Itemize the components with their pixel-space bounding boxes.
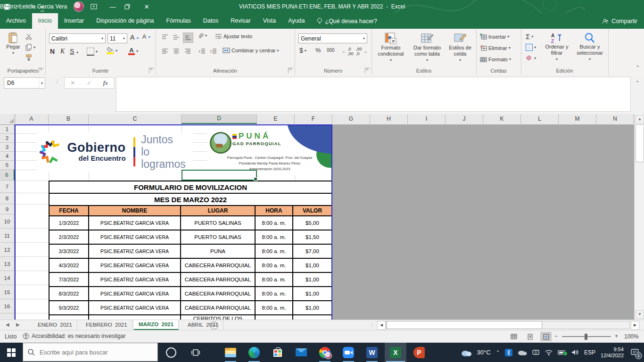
volume-icon[interactable]	[571, 349, 579, 355]
find-select-button[interactable]: Buscar y seleccionar▾	[574, 33, 606, 62]
row-header-11[interactable]: 11	[0, 229, 15, 243]
cell-lugar[interactable]: CABECERA PARROQUIAL	[181, 259, 256, 272]
align-right-icon[interactable]	[183, 47, 192, 56]
cell-hora[interactable]: 8:00 a. m.	[256, 259, 293, 272]
sheet-nav-next-icon[interactable]: ▶	[16, 322, 20, 327]
col-header-m[interactable]: M	[559, 114, 596, 124]
wifi-icon[interactable]	[545, 349, 553, 355]
row-header-3[interactable]: 3	[0, 143, 15, 152]
name-box[interactable]: D6▾	[4, 77, 45, 89]
zoom-app-button[interactable]	[338, 343, 359, 362]
name-box-caret[interactable]: ▾	[39, 78, 45, 88]
sheet-tab-febrero[interactable]: FEBRERO 2021	[81, 320, 132, 330]
col-header-g[interactable]: G	[332, 114, 370, 124]
sheet-nav-prev-icon[interactable]: ◀	[6, 322, 9, 327]
menu-tab-insertar[interactable]: Insertar	[58, 13, 90, 29]
cell-valor[interactable]: $2,00	[293, 315, 331, 320]
mail-button[interactable]	[290, 343, 312, 362]
menu-tab-datos[interactable]: Datos	[197, 13, 225, 29]
taskbar-clock[interactable]: 9:54 12/4/2022	[601, 346, 624, 359]
onedrive-icon[interactable]	[518, 349, 527, 355]
wrap-text-button[interactable]: Ajustar texto	[215, 33, 252, 39]
task-view-button[interactable]	[185, 343, 206, 362]
cell-nombre[interactable]: PSIC.BEATRIZ GARCIA VERA	[89, 230, 181, 244]
sheet-tab-marzo[interactable]: MARZO 2021	[134, 320, 179, 330]
cell-lugar[interactable]: CABECERA PARROQUIAL	[181, 273, 256, 286]
cell-fecha[interactable]: 7/3/2022	[50, 273, 89, 286]
normal-view-icon[interactable]	[508, 332, 520, 341]
search-input[interactable]	[39, 348, 144, 356]
show-hidden-icons[interactable]: ⌃	[496, 350, 500, 355]
sheet-tab-enero[interactable]: ENERO 2021	[33, 320, 77, 330]
start-button[interactable]	[0, 343, 23, 362]
col-header-f[interactable]: F	[295, 114, 332, 124]
decrease-decimal-button[interactable]: ,00,0→	[356, 47, 368, 56]
file-explorer-button[interactable]	[220, 343, 241, 362]
horizontal-scroll-thumb[interactable]	[387, 321, 542, 329]
select-all-corner[interactable]	[0, 114, 15, 124]
cell-hora[interactable]: 8:00 a. m.	[256, 315, 293, 320]
font-size-combo[interactable]: 11▾	[107, 33, 127, 43]
menu-tab-disposicion[interactable]: Disposición de página	[90, 13, 160, 29]
menu-tab-revisar[interactable]: Revisar	[224, 13, 256, 29]
cell-lugar[interactable]: CABECERA PARROQUIAL	[181, 287, 256, 300]
cancel-entry-icon[interactable]: ✕	[70, 80, 75, 86]
collapse-formula-bar-icon[interactable]: ⌃	[636, 80, 639, 85]
align-middle-icon[interactable]	[172, 33, 181, 42]
edge-button[interactable]	[243, 343, 265, 362]
increase-decimal-button[interactable]: ←,0,00	[342, 47, 354, 56]
cell-lugar[interactable]: PUNA	[181, 245, 256, 258]
confirm-entry-icon[interactable]: ✓	[87, 80, 91, 86]
col-header-c[interactable]: C	[89, 114, 182, 124]
decrease-indent-icon[interactable]	[197, 47, 206, 56]
copy-button[interactable]: ▾	[25, 44, 35, 51]
paste-button[interactable]: Pegar ▾	[3, 32, 24, 56]
fill-button[interactable]: ↓▾	[526, 44, 536, 51]
cell-fecha[interactable]: 3/3/2022	[50, 245, 89, 258]
cell-fecha[interactable]: 9/3/2022	[50, 301, 89, 314]
formula-bar-splitter[interactable]: ⁞	[57, 79, 58, 84]
thousands-button[interactable]: 000	[327, 48, 335, 53]
new-sheet-button[interactable]: +	[210, 321, 218, 329]
row-header-6[interactable]: 6	[0, 170, 15, 181]
cell-hora[interactable]: 8:00 a. m.	[256, 216, 293, 230]
font-name-combo[interactable]: Calibri▾	[49, 33, 106, 43]
cell-nombre[interactable]: PSIC.BEATRIZ GARCIA VERA	[89, 301, 181, 314]
zoom-level[interactable]: 100%	[624, 333, 639, 340]
meet-now-icon[interactable]	[532, 349, 540, 355]
font-dialog-launcher[interactable]	[149, 68, 154, 73]
row-header-12[interactable]: 12	[0, 243, 15, 257]
temperature[interactable]: 30°C	[477, 349, 491, 356]
row-header-2[interactable]: 2	[0, 134, 15, 143]
clipboard-dialog-launcher[interactable]	[39, 68, 44, 73]
cell-hora[interactable]: 8:00 a. m.	[256, 287, 293, 300]
underline-button[interactable]: S	[70, 48, 74, 55]
align-dialog-launcher[interactable]	[288, 68, 293, 73]
cell-hora[interactable]: 8:00 a. m.	[256, 230, 293, 244]
col-header-i[interactable]: I	[408, 114, 446, 124]
bluetooth-icon[interactable]	[505, 349, 512, 356]
decrease-font-icon[interactable]: A▼	[142, 33, 151, 40]
cell-valor[interactable]: $1,00	[293, 259, 331, 272]
cell-valor[interactable]: $5,00	[293, 216, 331, 230]
row-header-4[interactable]: 4	[0, 152, 15, 161]
table-subtitle[interactable]: MES DE MARZO 2022	[50, 194, 331, 206]
menu-tab-archivo[interactable]: Archivo	[0, 13, 32, 29]
col-header-l[interactable]: L	[521, 114, 559, 124]
row-header-14[interactable]: 14	[0, 271, 15, 285]
language-indicator[interactable]: ESP	[584, 349, 595, 356]
percent-button[interactable]: %	[315, 47, 321, 54]
increase-font-icon[interactable]: A▲	[130, 33, 139, 41]
conditional-formatting-button[interactable]: ≠ Formato condicional▾	[374, 33, 407, 63]
zoom-in-icon[interactable]: +	[615, 333, 618, 339]
orientation-button[interactable]: ab▾	[198, 33, 207, 38]
cell-valor[interactable]: $1,50	[293, 230, 331, 244]
cell-nombre[interactable]: PSIC.BEATRIZ GARCIA VERA	[89, 273, 181, 286]
taskbar-search[interactable]	[23, 343, 158, 362]
cell-valor[interactable]: $1,00	[293, 273, 331, 286]
align-bottom-icon[interactable]	[183, 33, 193, 43]
bold-button[interactable]: N	[50, 48, 55, 55]
row-header-13[interactable]: 13	[0, 257, 15, 271]
col-header-b[interactable]: B	[49, 114, 89, 124]
format-as-table-button[interactable]: Dar formato como tabla▾	[409, 33, 445, 63]
